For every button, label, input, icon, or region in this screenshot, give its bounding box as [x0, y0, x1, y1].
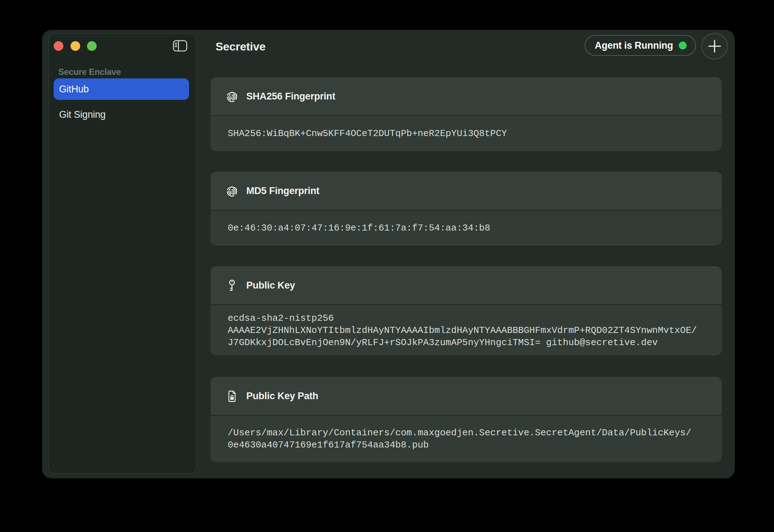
- sha256-card-title: SHA256 Fingerprint: [246, 91, 335, 102]
- sidebar-item-github[interactable]: GitHub: [54, 78, 189, 100]
- add-key-button[interactable]: [701, 33, 728, 59]
- agent-status-badge[interactable]: Agent is Running: [585, 35, 696, 56]
- zoom-window-button[interactable]: [87, 41, 97, 51]
- agent-status-label: Agent is Running: [595, 40, 673, 51]
- close-window-button[interactable]: [54, 41, 63, 51]
- public-key-line-1: ecdsa-sha2-nistp256: [228, 312, 722, 324]
- public-key-path-card-header: Public Key Path: [211, 377, 722, 416]
- public-key-path-card-title: Public Key Path: [246, 391, 318, 402]
- md5-card-header: MD5 Fingerprint: [211, 172, 722, 211]
- sidebar-item-git-signing[interactable]: Git Signing: [54, 104, 189, 125]
- public-key-card: Public Key ecdsa-sha2-nistp256 AAAAE2VjZ…: [211, 266, 722, 356]
- sidebar-section-secure-enclave: Secure Enclave: [58, 67, 121, 77]
- sidebar: Secure Enclave GitHub Git Signing: [49, 34, 196, 473]
- md5-card-title: MD5 Fingerprint: [246, 185, 319, 197]
- sidebar-item-git-signing-label: Git Signing: [59, 109, 106, 120]
- page-title: Secretive: [216, 40, 266, 53]
- sha256-fingerprint-card: SHA256 Fingerprint SHA256:WiBqBK+Cnw5KFF…: [211, 77, 722, 151]
- fingerprint-icon: [225, 184, 239, 197]
- public-key-line-2: AAAAE2VjZHNhLXNoYTItbmlzdHAyNTYAAAAIbmlz…: [228, 324, 722, 337]
- sha256-card-header: SHA256 Fingerprint: [211, 77, 722, 116]
- public-key-card-title: Public Key: [246, 280, 295, 291]
- public-key-card-header: Public Key: [211, 266, 722, 305]
- sha256-fingerprint-value: SHA256:WiBqBK+Cnw5KFF4OCeT2DUTqPb+neR2Ep…: [228, 127, 722, 140]
- doc-lock-icon: [225, 390, 239, 402]
- sidebar-toggle-icon[interactable]: [173, 40, 187, 52]
- fingerprint-icon: [225, 90, 239, 103]
- secretive-window: Secure Enclave GitHub Git Signing Secret…: [42, 30, 735, 478]
- status-dot-icon: [679, 42, 687, 49]
- plus-icon: [702, 33, 727, 59]
- md5-fingerprint-card: MD5 Fingerprint 0e:46:30:a4:07:47:16:9e:…: [211, 172, 722, 246]
- minimize-window-button[interactable]: [71, 41, 80, 51]
- sidebar-item-github-label: GitHub: [59, 84, 89, 95]
- key-icon: [225, 279, 239, 292]
- public-key-path-line-1: /Users/max/Library/Containers/com.maxgoe…: [228, 427, 722, 439]
- md5-fingerprint-value: 0e:46:30:a4:07:47:16:9e:1f:61:7a:f7:54:a…: [228, 222, 722, 234]
- public-key-path-card: Public Key Path /Users/max/Library/Conta…: [211, 377, 722, 462]
- public-key-path-line-2: 0e4630a40747169e1f617af754aa34b8.pub: [228, 439, 722, 451]
- public-key-line-3: J7GDKkxjDOLcBvEnjOen9N/yRLFJ+rSOJkPA3zum…: [228, 337, 722, 349]
